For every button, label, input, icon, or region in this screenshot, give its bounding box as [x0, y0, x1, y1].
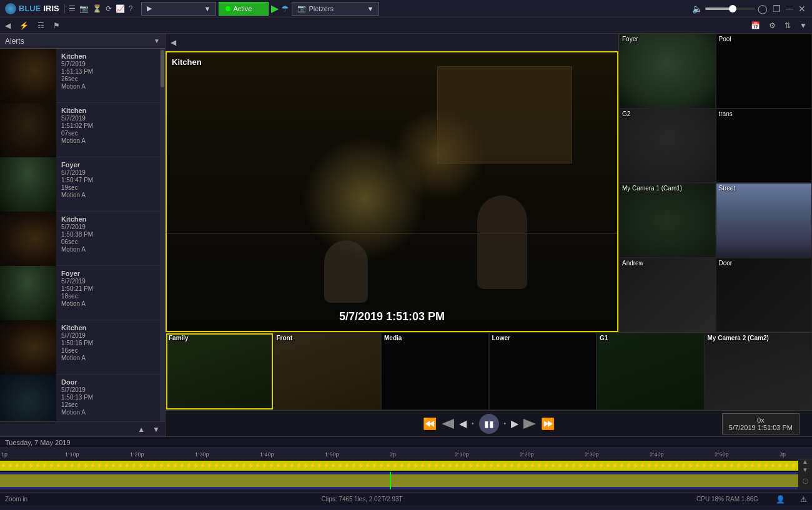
camera-cell-door[interactable]: Door	[716, 258, 813, 333]
zoom-icon[interactable]: ◯	[803, 478, 808, 484]
app-logo-icon	[5, 3, 16, 14]
chart-icon[interactable]: 📈	[116, 4, 125, 13]
settings-icon[interactable]: ⚙	[766, 20, 778, 31]
timeline-bar[interactable]: ◯	[0, 472, 812, 489]
help-icon[interactable]: ?	[129, 4, 133, 13]
camera-name: Pletzers	[309, 5, 364, 12]
alert-info: Kitchen 5/7/2019 1:50:38 PM 06sec Motion…	[56, 212, 98, 265]
camera-cell-trans[interactable]: trans	[716, 109, 813, 184]
timeline-right-controls: ▲ ▼	[798, 459, 812, 472]
alerts-dropdown-icon[interactable]: ▼	[154, 37, 160, 44]
alerts-header: Alerts ▼	[0, 34, 165, 49]
rewind-button[interactable]	[442, 419, 454, 429]
bottom-camera-lower[interactable]: Lower	[489, 333, 597, 410]
minimize-icon[interactable]: —	[786, 4, 793, 13]
volume-slider[interactable]	[705, 7, 755, 10]
refresh-icon[interactable]: ⟳	[106, 4, 112, 13]
tick-130p: 1:30p	[195, 451, 209, 458]
alerts-label: Alerts	[5, 37, 24, 46]
scroll-right-icon[interactable]: ▲	[802, 459, 808, 465]
bottom-camera-g1[interactable]: G1	[597, 333, 705, 410]
volume-icon[interactable]: 🔈	[692, 4, 703, 14]
top-right-icons: 🔈 ◯ ❐ — ✕	[686, 4, 812, 14]
jump-end-button[interactable]: ⏩	[541, 417, 555, 431]
play-button[interactable]: ▶	[271, 2, 279, 14]
camera-dropdown[interactable]: 📷 Pletzers ▼	[292, 2, 379, 16]
list-item[interactable]: Foyer 5/7/2019 1:50:47 PM 19sec Motion A	[0, 157, 165, 212]
scroll-bar[interactable]	[160, 49, 165, 421]
list-item[interactable]: Door 5/7/2019 1:50:13 PM 12sec Motion A	[0, 375, 165, 421]
timeline-ruler[interactable]: 1p 1:10p 1:20p 1:30p 1:40p 1:50p 2p 2:10…	[0, 448, 812, 459]
dot-separator: •	[472, 420, 474, 427]
grid-icon[interactable]: ☶	[35, 20, 47, 31]
bottom-camera-family[interactable]: Family	[166, 333, 274, 410]
alert-date: 5/7/2019	[61, 223, 93, 230]
pause-button[interactable]: ▮▮	[479, 414, 499, 434]
event-markers: ⚡⚡⚡⚡⚡⚡⚡⚡⚡⚡⚡⚡⚡⚡⚡⚡⚡⚡⚡⚡⚡⚡⚡⚡⚡⚡⚡⚡⚡⚡⚡⚡⚡⚡⚡⚡⚡⚡⚡⚡…	[0, 463, 798, 469]
camera-thumbnail	[716, 109, 812, 183]
dot-separator-2: •	[504, 420, 507, 427]
flag-icon[interactable]: ⚑	[51, 20, 62, 31]
list-item[interactable]: Kitchen 5/7/2019 1:51:02 PM 07sec Motion…	[0, 103, 165, 157]
scroll-left-icon[interactable]: ▼	[802, 466, 808, 472]
alert-duration: 18sec	[61, 293, 93, 300]
camera-cell-g2[interactable]: G2	[619, 109, 716, 184]
person-silhouette-2	[324, 240, 368, 303]
camera-thumbnail	[620, 184, 715, 257]
timeline-yellow-track	[0, 474, 798, 487]
lightning-icon[interactable]: ⚡	[17, 20, 31, 31]
camera-cell-andrew[interactable]: Andrew	[619, 258, 716, 333]
alert-time: 1:51:13 PM	[61, 68, 93, 75]
alert-camera: Foyer	[61, 270, 93, 277]
list-item[interactable]: Foyer 5/7/2019 1:50:21 PM 18sec Motion A	[0, 266, 165, 320]
alert-date: 5/7/2019	[61, 386, 93, 393]
alert-info: Foyer 5/7/2019 1:50:21 PM 18sec Motion A	[56, 266, 98, 320]
back-nav-icon[interactable]: ◀	[168, 37, 179, 48]
timeline-date: Tuesday, 7 May 2019	[5, 439, 71, 446]
jump-start-button[interactable]: ⏪	[423, 417, 437, 431]
alert-type: Motion A	[61, 192, 93, 199]
bottom-camera-front[interactable]: Front	[274, 333, 382, 410]
zoom-out-icon[interactable]: ▼	[150, 424, 162, 435]
camera-cell-foyer[interactable]: Foyer	[619, 34, 716, 109]
camera-thumbnail	[716, 184, 812, 257]
tick-120p: 1:20p	[130, 451, 144, 458]
calendar-icon[interactable]: 📅	[748, 20, 763, 31]
close-icon[interactable]: ✕	[798, 4, 806, 14]
step-forward-button[interactable]: ▶	[511, 418, 518, 429]
alert-info: Kitchen 5/7/2019 1:50:16 PM 16sec Motion…	[56, 320, 98, 374]
shield-icon[interactable]: ☂	[281, 4, 289, 14]
camera-icon-small: 📷	[297, 4, 306, 12]
camera-cell-street[interactable]: Street	[716, 183, 813, 258]
active-button[interactable]: Active	[219, 2, 269, 16]
sort-icon[interactable]: ⇅	[782, 20, 793, 31]
list-item[interactable]: Kitchen 5/7/2019 1:50:38 PM 06sec Motion…	[0, 212, 165, 266]
expand-icon[interactable]: ❐	[773, 4, 781, 14]
bottom-camera-mycam2[interactable]: My Camera 2 (Cam2)	[705, 333, 813, 410]
list-item[interactable]: Kitchen 5/7/2019 1:51:13 PM 26sec Motion…	[0, 49, 165, 103]
camera-icon[interactable]: 📷	[79, 4, 89, 13]
list-item[interactable]: Kitchen 5/7/2019 1:50:16 PM 16sec Motion…	[0, 320, 165, 375]
zoom-in-icon[interactable]: ▲	[135, 424, 147, 435]
camera-thumbnail	[620, 258, 715, 332]
camera-label: G1	[600, 335, 608, 341]
alert-camera: Kitchen	[61, 107, 93, 114]
camera-thumbnail	[166, 333, 273, 409]
camera-label: Door	[719, 260, 733, 267]
main-video-frame[interactable]: Kitchen 5/7/2019 1:51:03 PM	[166, 51, 618, 332]
status-dropdown[interactable]: ▶ ▼	[141, 2, 216, 16]
volume-knob	[729, 5, 736, 12]
bottom-camera-media[interactable]: Media	[381, 333, 489, 410]
camera-thumbnail	[716, 258, 812, 332]
camera-cell-mycam1[interactable]: My Camera 1 (Cam1)	[619, 183, 716, 258]
down-icon[interactable]: ▼	[797, 20, 810, 31]
camera-cell-pool[interactable]: Pool	[716, 34, 813, 109]
fast-forward-button[interactable]	[523, 419, 536, 429]
clock-icon[interactable]: ⏳	[92, 4, 102, 13]
list-icon[interactable]: ☰	[69, 4, 76, 13]
timeline-events[interactable]: ⚡⚡⚡⚡⚡⚡⚡⚡⚡⚡⚡⚡⚡⚡⚡⚡⚡⚡⚡⚡⚡⚡⚡⚡⚡⚡⚡⚡⚡⚡⚡⚡⚡⚡⚡⚡⚡⚡⚡⚡…	[0, 459, 812, 472]
back-button[interactable]: ◀	[2, 20, 13, 31]
camera-thumbnail	[620, 109, 715, 183]
step-back-button[interactable]: ◀	[459, 418, 467, 429]
center-right: ◀	[166, 34, 812, 436]
